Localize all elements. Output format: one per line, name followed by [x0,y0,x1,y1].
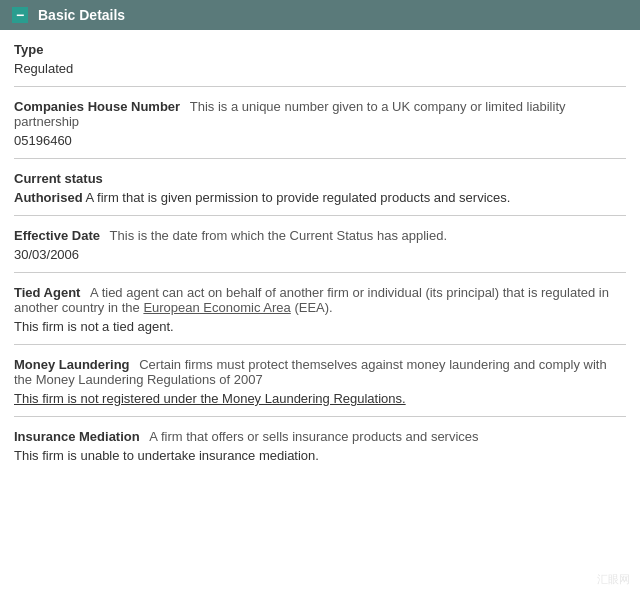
effective-date-value: 30/03/2006 [14,247,626,262]
money-laundering-value: This firm is not registered under the Mo… [14,391,626,406]
current-status-section: Current status Authorised A firm that is… [14,159,626,216]
insurance-mediation-header: Insurance Mediation A firm that offers o… [14,429,626,444]
tied-agent-section: Tied Agent A tied agent can act on behal… [14,273,626,345]
insurance-mediation-section: Insurance Mediation A firm that offers o… [14,417,626,473]
effective-date-header: Effective Date This is the date from whi… [14,228,626,243]
type-section: Type Regulated [14,30,626,87]
tied-agent-header: Tied Agent A tied agent can act on behal… [14,285,626,315]
current-status-header: Current status [14,171,626,186]
section-title: Basic Details [38,7,125,23]
companies-house-section: Companies House Number This is a unique … [14,87,626,159]
type-value: Regulated [14,61,626,76]
collapse-icon[interactable] [12,7,28,23]
tied-agent-value: This firm is not a tied agent. [14,319,626,334]
type-label: Type [14,42,626,57]
money-laundering-section: Money Laundering Certain firms must prot… [14,345,626,417]
section-header: Basic Details [0,0,640,30]
insurance-mediation-value: This firm is unable to undertake insuran… [14,448,626,463]
money-laundering-header: Money Laundering Certain firms must prot… [14,357,626,387]
companies-house-value: 05196460 [14,133,626,148]
companies-house-header: Companies House Number This is a unique … [14,99,626,129]
effective-date-section: Effective Date This is the date from whi… [14,216,626,273]
current-status-value: Authorised A firm that is given permissi… [14,190,626,205]
content-area: Type Regulated Companies House Number Th… [0,30,640,473]
